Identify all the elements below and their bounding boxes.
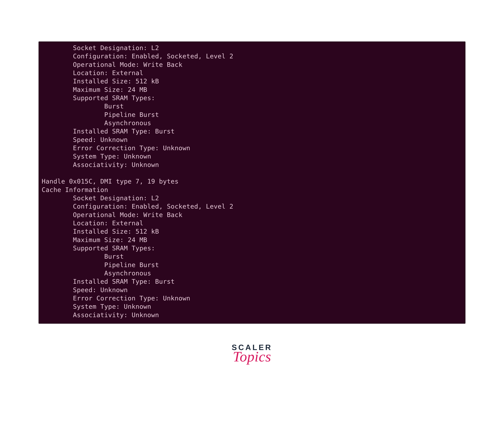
cache-system-type: System Type: Unknown [42,302,462,311]
sram-type-pipeline-burst: Pipeline Burst [42,261,462,269]
cache-location: Location: External [42,219,462,227]
cache-installed-sram-type: Installed SRAM Type: Burst [42,127,462,135]
sram-type-asynchronous: Asynchronous [42,269,462,277]
cache-maximum-size: Maximum Size: 24 MB [42,86,462,94]
cache-installed-sram-type: Installed SRAM Type: Burst [42,277,462,286]
cache-maximum-size: Maximum Size: 24 MB [42,236,462,244]
logo-container: SCALER Topics [38,343,466,365]
cache-associativity: Associativity: Unknown [42,311,462,319]
scaler-topics-logo: SCALER Topics [232,343,272,365]
cache-supported-sram-types: Supported SRAM Types: [42,244,462,252]
cache-system-type: System Type: Unknown [42,152,462,160]
blank-line [42,169,462,177]
cache-operational-mode: Operational Mode: Write Back [42,61,462,69]
cache-location: Location: External [42,69,462,77]
logo-topics-text: Topics [232,348,272,365]
sram-type-burst: Burst [42,252,462,261]
dmi-handle-line: Handle 0x015C, DMI type 7, 19 bytes [42,177,462,186]
sram-type-asynchronous: Asynchronous [42,119,462,127]
cache-speed: Speed: Unknown [42,136,462,144]
cache-error-correction: Error Correction Type: Unknown [42,294,462,302]
cache-speed: Speed: Unknown [42,286,462,294]
cache-operational-mode: Operational Mode: Write Back [42,211,462,219]
sram-type-burst: Burst [42,102,462,110]
cache-information-header: Cache Information [42,186,462,194]
cache-error-correction: Error Correction Type: Unknown [42,144,462,152]
cache-socket-designation: Socket Designation: L2 [42,44,462,52]
cache-socket-designation: Socket Designation: L2 [42,194,462,202]
cache-installed-size: Installed Size: 512 kB [42,227,462,236]
cache-configuration: Configuration: Enabled, Socketed, Level … [42,202,462,211]
cache-configuration: Configuration: Enabled, Socketed, Level … [42,52,462,60]
terminal-output: Socket Designation: L2 Configuration: En… [38,42,466,324]
cache-associativity: Associativity: Unknown [42,160,462,169]
sram-type-pipeline-burst: Pipeline Burst [42,111,462,119]
cache-installed-size: Installed Size: 512 kB [42,77,462,85]
cache-supported-sram-types: Supported SRAM Types: [42,94,462,102]
page-container: Socket Designation: L2 Configuration: En… [0,0,504,365]
